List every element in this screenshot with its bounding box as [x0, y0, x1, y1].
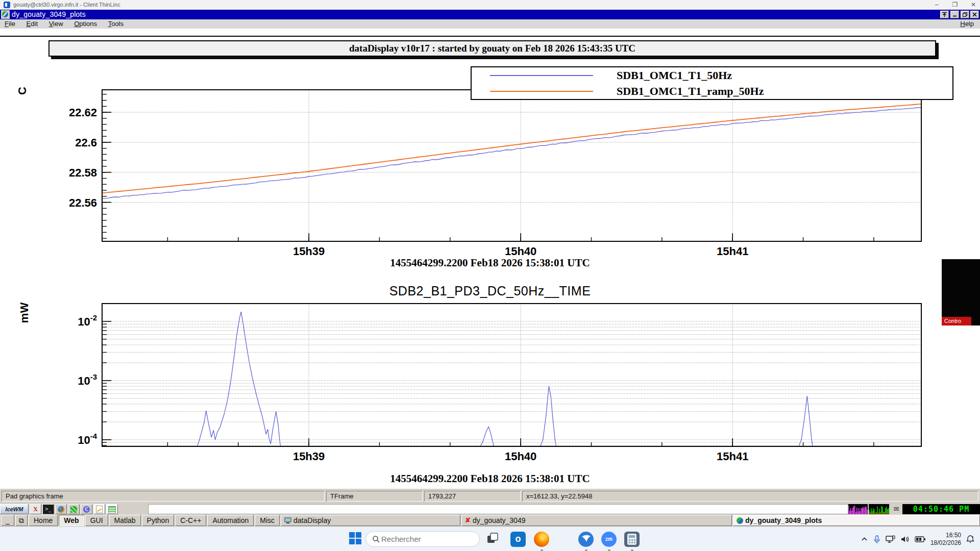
status-cell-pixel: 1793,227 — [424, 491, 521, 502]
plot2-y-axis-unit: mW — [18, 303, 31, 323]
control-window-label: Contro — [942, 317, 971, 325]
battery-icon[interactable] — [915, 536, 926, 543]
browser-launcher-icon[interactable] — [55, 504, 67, 514]
network-monitor-applet — [869, 504, 889, 514]
thinlinc-titlebar: gouaty@ctrl30.virgo.infn.it - Client Thi… — [0, 0, 980, 10]
svg-text:22.62: 22.62 — [69, 106, 97, 119]
legend-label-t1: SDB1_OMC1_T1_50Hz — [617, 69, 732, 82]
temperature-plot-canvas[interactable]: 15h3915h4015h4122.5622.5822.622.62 — [102, 90, 921, 241]
window-title: dy_gouaty_3049_plots — [12, 10, 86, 18]
svg-text:22.56: 22.56 — [69, 196, 97, 209]
zoom-icon[interactable]: zm — [601, 532, 617, 547]
thinlinc-close-button[interactable]: ✕ — [966, 0, 980, 10]
window-shade-button[interactable] — [940, 11, 949, 18]
eclipse-launcher-icon[interactable]: Є — [81, 504, 92, 514]
workspace-ccpp[interactable]: C-C++ — [175, 515, 206, 526]
search-input[interactable] — [380, 534, 459, 544]
search-icon — [372, 535, 380, 543]
thinlinc-restore-button[interactable]: ❐ — [947, 0, 963, 10]
plot1-legend: SDB1_OMC1_T1_50Hz SDB1_OMC1_T1_ramp_50Hz — [471, 66, 953, 100]
svg-text:15h40: 15h40 — [505, 450, 536, 463]
workspace-gui[interactable]: GUI — [85, 515, 108, 526]
terminal-launcher-icon[interactable]: >_ — [42, 504, 54, 514]
workspace-misc[interactable]: Misc — [255, 515, 280, 526]
icewm-clock: 04:50:46 PM — [902, 504, 980, 514]
screen: gouaty@ctrl30.virgo.infn.it - Client Thi… — [0, 0, 980, 551]
status-cell-class: TFrame — [326, 491, 423, 502]
monitor-icon — [284, 517, 291, 524]
legend-line-blue — [490, 75, 593, 76]
thunderbird-icon[interactable] — [578, 532, 594, 547]
menubar: File Edit View Options Tools Help — [0, 19, 980, 29]
menu-help[interactable]: Help — [957, 20, 977, 28]
system-tray: 16:50 18/02/2026 z — [861, 527, 980, 551]
window-restore-button[interactable] — [961, 11, 969, 18]
windows-start-button[interactable] — [349, 532, 364, 547]
icewm-start-button[interactable]: IceWM — [0, 504, 29, 514]
workspace-python[interactable]: Python — [142, 515, 175, 526]
control-window-fragment[interactable]: Contro — [942, 259, 980, 325]
svg-text:15h41: 15h41 — [717, 450, 748, 463]
tray-time: 16:50 — [946, 532, 961, 539]
microphone-icon[interactable] — [873, 535, 881, 544]
workspace-home[interactable]: Home — [29, 515, 58, 526]
spreadsheet-launcher-icon[interactable] — [106, 504, 118, 514]
svg-text:15h41: 15h41 — [717, 245, 748, 258]
speaker-icon[interactable] — [900, 535, 910, 543]
svg-text:15h40: 15h40 — [505, 245, 536, 258]
menu-tools[interactable]: Tools — [104, 19, 128, 28]
svg-text:15h39: 15h39 — [293, 245, 325, 258]
menu-edit[interactable]: Edit — [22, 19, 42, 28]
svg-text:22.6: 22.6 — [75, 136, 97, 149]
tray-clock[interactable]: 16:50 18/02/2026 — [930, 532, 961, 547]
svg-text:z: z — [972, 535, 973, 538]
svg-text:22.58: 22.58 — [69, 166, 97, 179]
mailbox-icon[interactable]: ✉ — [890, 504, 902, 514]
legend-label-t1-ramp: SDB1_OMC1_T1_ramp_50Hz — [617, 85, 764, 98]
svg-text:10-3: 10-3 — [78, 372, 97, 387]
plot1-timestamp: 1455464299.2200 Feb18 2026 15:38:01 UTC — [0, 257, 980, 269]
firefox-icon[interactable] — [534, 532, 549, 547]
thinlinc-title: gouaty@ctrl30.virgo.infn.it - Client Thi… — [13, 2, 120, 8]
menu-view[interactable]: View — [44, 19, 68, 28]
windows-taskbar: o zm 16:50 18/02/2026 z — [0, 527, 980, 551]
remote-display-icon[interactable] — [886, 535, 896, 543]
icewm-taskbar: _ ⧉ Home Web GUI Matlab Python C-C++ Aut… — [0, 514, 980, 527]
thinlinc-minimize-button[interactable]: – — [929, 0, 944, 10]
notification-bell-icon[interactable]: z — [966, 535, 975, 544]
legend-entry-t1: SDB1_OMC1_T1_50Hz — [472, 67, 952, 83]
menu-file[interactable]: File — [0, 19, 20, 28]
calculator-icon[interactable] — [624, 532, 640, 547]
icewm-toolbar: IceWM X >_ Є ✉ 04:50:46 PM — [0, 504, 980, 514]
gv-launcher-icon[interactable] — [68, 504, 80, 514]
legend-line-orange — [490, 91, 593, 92]
status-cell-description: Pad graphics frame — [2, 491, 325, 502]
window-list-button[interactable]: ⧉ — [15, 515, 28, 526]
taskbar-search-box[interactable] — [365, 531, 480, 547]
app-titlebar: dy_gouaty_3049_plots — [0, 10, 980, 19]
workspace-automation[interactable]: Automation — [207, 515, 254, 526]
photodiode-plot-canvas[interactable]: 15h3915h4015h4110-410-310-2 — [102, 304, 921, 446]
show-desktop-button[interactable]: _ — [1, 515, 14, 526]
window-minimize-button[interactable] — [950, 11, 959, 18]
workspace-web[interactable]: Web — [59, 515, 84, 526]
tray-expand-chevron-icon[interactable] — [861, 536, 868, 543]
task-view-button[interactable] — [486, 532, 501, 547]
taskbar-window-dy-gouaty-3049-plots[interactable]: dy_gouaty_3049_plots — [733, 515, 980, 526]
taskbar-window-datadisplay[interactable]: dataDisplay — [281, 515, 460, 526]
svg-text:10-2: 10-2 — [78, 313, 97, 328]
taskbar-window-dy-gouaty-3049[interactable]: ✘ dy_gouaty_3049 — [461, 515, 732, 526]
root-statusbar: Pad graphics frame TFrame 1793,227 x=161… — [0, 489, 980, 504]
window-close-button[interactable] — [970, 11, 979, 18]
xterm-launcher-icon[interactable]: X — [30, 504, 41, 514]
outlook-icon[interactable]: o — [510, 532, 526, 547]
plot1-y-axis-unit: C — [16, 87, 29, 95]
datadisplay-banner: dataDisplay v10r17 : started by gouaty o… — [48, 40, 936, 57]
x-app-icon: ✘ — [465, 515, 471, 525]
editor-launcher-icon[interactable] — [93, 504, 105, 514]
plot2-timestamp: 1455464299.2200 Feb18 2026 15:38:01 UTC — [0, 472, 980, 485]
workspace-matlab[interactable]: Matlab — [109, 515, 141, 526]
plot2-title: SDB2_B1_PD3_DC_50Hz__TIME — [0, 284, 980, 298]
menu-options[interactable]: Options — [69, 19, 102, 28]
window-menu-icon[interactable] — [1, 10, 10, 19]
